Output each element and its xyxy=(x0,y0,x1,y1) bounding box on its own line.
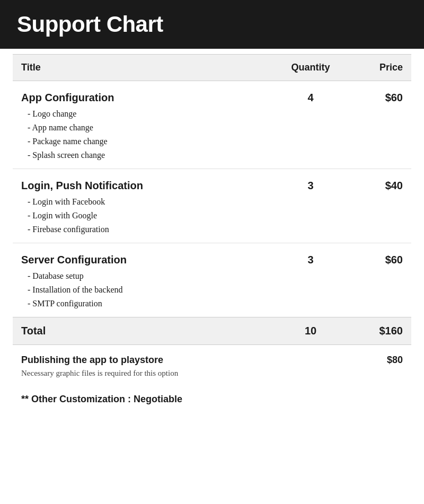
col-header-title: Title xyxy=(13,55,273,81)
total-quantity: 10 xyxy=(273,317,348,345)
list-item-text: - SMTP configuration xyxy=(13,297,411,317)
total-row: Total10$160 xyxy=(13,317,411,345)
list-item: - Logo change xyxy=(13,107,411,121)
support-chart-table: Title Quantity Price App Configuration4$… xyxy=(13,54,411,413)
page-header: Support Chart xyxy=(0,0,424,49)
section-header-app-configuration: App Configuration4$60 xyxy=(13,81,411,108)
column-header-row: Title Quantity Price xyxy=(13,55,411,81)
publishing-empty xyxy=(273,345,348,368)
other-customization-row: ** Other Customization : Negotiable xyxy=(13,385,411,413)
list-item: - App name change xyxy=(13,121,411,135)
list-item: - Splash screen change xyxy=(13,148,411,169)
list-item-text: - Installation of the backend xyxy=(13,283,411,297)
list-item: - Package name change xyxy=(13,135,411,148)
section-header-server-configuration: Server Configuration3$60 xyxy=(13,243,411,270)
section-quantity-server-configuration: 3 xyxy=(273,243,348,270)
list-item-text: - Splash screen change xyxy=(13,148,411,169)
list-item: - SMTP configuration xyxy=(13,297,411,317)
col-header-quantity: Quantity xyxy=(273,55,348,81)
list-item: - Login with Google xyxy=(13,209,411,223)
list-item-text: - App name change xyxy=(13,121,411,135)
section-price-server-configuration: $60 xyxy=(348,243,411,270)
publishing-row: Publishing the app to playstore$80 xyxy=(13,345,411,368)
total-price: $160 xyxy=(348,317,411,345)
list-item-text: - Login with Facebook xyxy=(13,195,411,209)
section-title-app-configuration: App Configuration xyxy=(21,92,114,103)
section-title-server-configuration: Server Configuration xyxy=(21,254,127,266)
list-item-text: - Firebase configuration xyxy=(13,223,411,243)
list-item: - Firebase configuration xyxy=(13,223,411,243)
section-quantity-app-configuration: 4 xyxy=(273,81,348,108)
list-item-text: - Login with Google xyxy=(13,209,411,223)
section-quantity-login-push-notification: 3 xyxy=(273,169,348,196)
publishing-note: Necessary graphic files is required for … xyxy=(13,368,411,385)
list-item: - Database setup xyxy=(13,269,411,283)
list-item: - Login with Facebook xyxy=(13,195,411,209)
list-item: - Installation of the backend xyxy=(13,283,411,297)
page-title: Support Chart xyxy=(17,12,407,37)
publishing-note-row: Necessary graphic files is required for … xyxy=(13,368,411,385)
other-customization-label: ** Other Customization : Negotiable xyxy=(21,394,182,404)
section-header-login-push-notification: Login, Push Notification3$40 xyxy=(13,169,411,196)
total-label: Total xyxy=(21,325,46,337)
list-item-text: - Logo change xyxy=(13,107,411,121)
publishing-price: $80 xyxy=(348,345,411,368)
section-price-app-configuration: $60 xyxy=(348,81,411,108)
list-item-text: - Package name change xyxy=(13,135,411,148)
publishing-label: Publishing the app to playstore xyxy=(21,355,163,365)
support-chart-table-container: Title Quantity Price App Configuration4$… xyxy=(0,54,424,413)
list-item-text: - Database setup xyxy=(13,269,411,283)
section-title-login-push-notification: Login, Push Notification xyxy=(21,180,143,191)
col-header-price: Price xyxy=(348,55,411,81)
section-price-login-push-notification: $40 xyxy=(348,169,411,196)
